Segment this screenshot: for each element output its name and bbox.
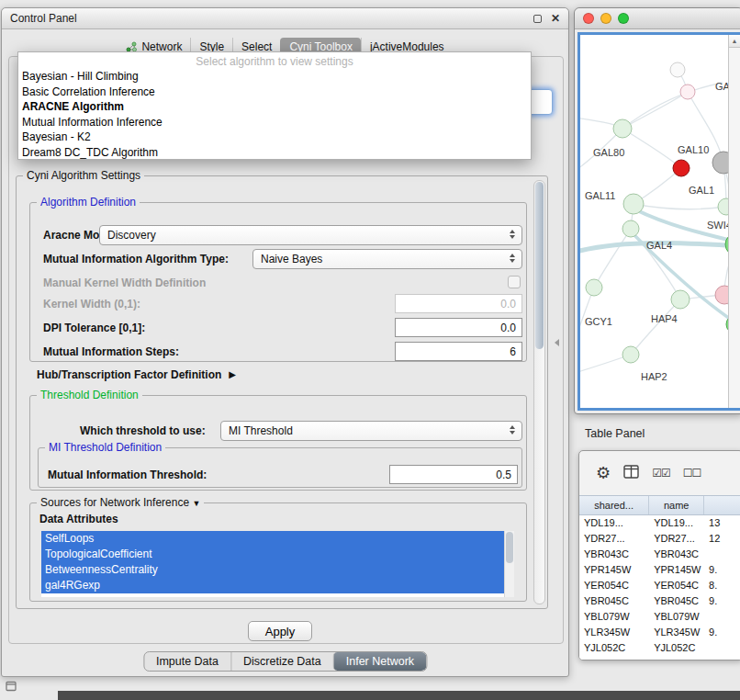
settings-scrollbar-thumb[interactable] bbox=[535, 182, 544, 349]
hub-definition-label: Hub/Transcription Factor Definition bbox=[37, 368, 221, 381]
combo-arrows-icon bbox=[510, 254, 515, 263]
attribute-item[interactable]: BetweennessCentrality bbox=[41, 562, 504, 578]
which-threshold-value: MI Threshold bbox=[229, 424, 293, 437]
table-cell: YER054C bbox=[649, 578, 704, 593]
deselect-all-icon[interactable]: ☐☐ bbox=[683, 467, 701, 480]
table-cell: YPR145W bbox=[649, 562, 704, 578]
table-row[interactable]: YJL052CYJL052C bbox=[579, 640, 740, 656]
table-cell: YLR345W bbox=[649, 625, 704, 640]
float-window-icon[interactable] bbox=[533, 15, 542, 23]
close-window-icon[interactable]: ✕ bbox=[551, 14, 560, 23]
zoom-traffic-light[interactable] bbox=[618, 13, 629, 24]
algorithm-option-aracne-algorithm[interactable]: ARACNE Algorithm bbox=[18, 99, 531, 115]
settings-vertical-scrollbar[interactable] bbox=[533, 180, 545, 604]
hub-definition-toggle[interactable]: Hub/Transcription Factor Definition ▶ bbox=[37, 368, 236, 381]
mi-threshold-field[interactable]: 0.5 bbox=[389, 465, 518, 484]
apply-button[interactable]: Apply bbox=[248, 621, 312, 641]
network-window-titlebar[interactable] bbox=[575, 8, 740, 29]
table-cell: 9. bbox=[704, 562, 740, 578]
control-panel-window: Control Panel ✕ NetworkStyleSelectCyni T… bbox=[1, 7, 569, 677]
node-label-gal1: GAL1 bbox=[689, 185, 714, 196]
node-label-gal11: GAL11 bbox=[585, 190, 615, 201]
table-cell: YBR043C bbox=[579, 547, 649, 562]
table-cell: YJL052C bbox=[649, 640, 704, 656]
bottom-dock-strip bbox=[58, 691, 740, 700]
network-node[interactable] bbox=[680, 85, 695, 99]
combo-arrows-icon bbox=[510, 425, 515, 435]
table-cell: YBL079W bbox=[579, 609, 649, 625]
close-traffic-light[interactable] bbox=[583, 13, 594, 24]
table-cell: 13 bbox=[704, 515, 740, 531]
algorithm-option-bayesian-k2[interactable]: Bayesian - K2 bbox=[18, 130, 531, 145]
manual-kernel-label: Manual Kernel Width Definition bbox=[43, 277, 206, 289]
minimize-traffic-light[interactable] bbox=[600, 13, 611, 24]
mi-algorithm-type-dropdown[interactable]: Naive Bayes bbox=[252, 249, 522, 269]
tab-impute-data[interactable]: Impute Data bbox=[144, 652, 230, 671]
table-body: YDL19...YDL19...13YDR27...YDR27...12YBR0… bbox=[579, 515, 740, 660]
table-row[interactable]: YBR045CYBR045C9. bbox=[579, 593, 740, 609]
table-cell: YDL19... bbox=[579, 515, 649, 531]
dropdown-placeholder: Select algorithm to view settings bbox=[18, 54, 531, 69]
algorithm-option-mutual-information-inference[interactable]: Mutual Information Inference bbox=[18, 115, 531, 130]
table-row[interactable]: YLR345WYLR345W9. bbox=[579, 625, 740, 640]
attributes-scrollbar[interactable] bbox=[504, 531, 514, 597]
table-row[interactable]: YBL079WYBL079W bbox=[579, 609, 740, 625]
network-node[interactable] bbox=[673, 160, 690, 176]
network-node[interactable] bbox=[622, 220, 639, 237]
table-cell: 9. bbox=[704, 625, 740, 640]
network-node[interactable] bbox=[586, 279, 602, 296]
panel-collapse-arrow[interactable] bbox=[555, 339, 559, 346]
control-panel-titlebar[interactable]: Control Panel ✕ bbox=[2, 8, 568, 29]
attributes-scrollbar-thumb[interactable] bbox=[506, 532, 513, 563]
algorithm-option-dream8-dc-tdc-algorithm[interactable]: Dream8 DC_TDC Algorithm bbox=[18, 145, 531, 161]
attribute-item[interactable]: TopologicalCoefficient bbox=[41, 547, 504, 562]
node-label-hap2: HAP2 bbox=[641, 371, 667, 382]
column-header[interactable]: shared... bbox=[579, 496, 649, 514]
network-node[interactable] bbox=[671, 290, 690, 309]
table-row[interactable]: YDR27...YDR27...12 bbox=[579, 531, 740, 547]
which-threshold-dropdown[interactable]: MI Threshold bbox=[220, 421, 522, 441]
mi-type-label: Mutual Information Algorithm Type: bbox=[43, 253, 229, 265]
network-node[interactable] bbox=[622, 346, 639, 363]
column-header[interactable] bbox=[704, 496, 740, 514]
manual-kernel-checkbox[interactable] bbox=[508, 276, 521, 288]
column-header[interactable]: name bbox=[649, 496, 704, 514]
table-row[interactable]: YER054CYER054C8. bbox=[579, 578, 740, 593]
network-view-window: GAL7GAL80GAL10GAL11GAL1SWI4GAL4GCY1HAP4H… bbox=[574, 7, 740, 414]
algorithm-option-basic-correlation-inference[interactable]: Basic Correlation Inference bbox=[18, 85, 531, 100]
network-node[interactable] bbox=[613, 119, 632, 138]
column-selector-icon[interactable] bbox=[623, 465, 639, 481]
attribute-item[interactable]: gal4RGexp bbox=[41, 578, 504, 593]
mi-type-value: Naive Bayes bbox=[261, 253, 322, 265]
table-cell: 9. bbox=[704, 593, 740, 609]
dpi-tolerance-field[interactable]: 0.0 bbox=[395, 318, 522, 337]
select-all-icon[interactable]: ☑☑ bbox=[652, 467, 670, 480]
mi-steps-field[interactable]: 6 bbox=[395, 342, 522, 361]
settings-gear-icon[interactable]: ⚙ bbox=[596, 465, 611, 481]
network-node[interactable] bbox=[670, 62, 685, 77]
tab-infer-network[interactable]: Infer Network bbox=[333, 652, 426, 671]
tab-discretize-data[interactable]: Discretize Data bbox=[230, 652, 333, 671]
data-attributes-list[interactable]: SelfLoopsTopologicalCoefficientBetweenne… bbox=[41, 531, 514, 597]
scroll-up-icon[interactable]: ▲ bbox=[729, 35, 740, 48]
table-row[interactable]: YBR043CYBR043C bbox=[579, 547, 740, 562]
table-cell: YPR145W bbox=[579, 562, 649, 578]
table-cell: YER054C bbox=[579, 578, 649, 593]
algorithm-option-bayesian-hill-climbing[interactable]: Bayesian - Hill Climbing bbox=[18, 69, 531, 85]
algorithm-options-list: Bayesian - Hill ClimbingBasic Correlatio… bbox=[18, 69, 531, 160]
aracne-mode-dropdown[interactable]: Discovery bbox=[99, 225, 522, 245]
table-row[interactable]: YPR145WYPR145W9. bbox=[579, 562, 740, 578]
algorithm-dropdown-popup: Select algorithm to view settings Bayesi… bbox=[17, 51, 532, 160]
network-node[interactable] bbox=[623, 194, 644, 214]
network-canvas[interactable]: GAL7GAL80GAL10GAL11GAL1SWI4GAL4GCY1HAP4H… bbox=[577, 32, 740, 411]
attribute-item[interactable]: SelfLoops bbox=[41, 531, 504, 547]
minimized-window-icon[interactable] bbox=[6, 680, 17, 694]
sources-group-title[interactable]: Sources for Network Inference ▼ bbox=[37, 496, 204, 509]
dpi-tolerance-label: DPI Tolerance [0,1]: bbox=[43, 322, 145, 334]
node-label-gcy1: GCY1 bbox=[585, 316, 612, 327]
node-label-hap4: HAP4 bbox=[651, 313, 678, 324]
data-attributes-label: Data Attributes bbox=[39, 513, 118, 525]
network-vertical-scrollbar[interactable]: ▲ bbox=[728, 35, 740, 408]
table-row[interactable]: YDL19...YDL19...13 bbox=[579, 515, 740, 531]
kernel-width-field[interactable]: 0.0 bbox=[395, 294, 522, 313]
